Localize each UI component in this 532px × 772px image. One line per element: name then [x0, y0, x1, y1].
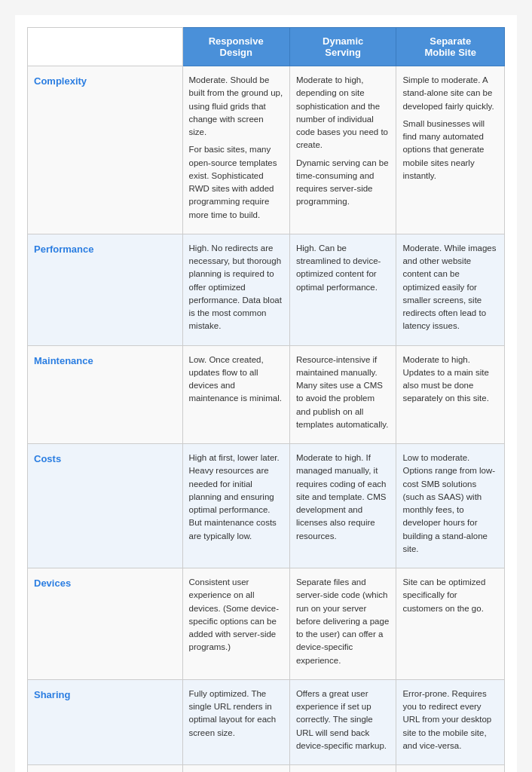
- row-label: Devices: [34, 577, 71, 589]
- row-label: Complexity: [34, 75, 87, 87]
- table-row: ComplexityModerate. Should be built from…: [28, 66, 505, 234]
- row-mobile-cell: Site can be optimized specifically for c…: [396, 568, 505, 680]
- row-dynamic-cell: Offers a great user experience if set up…: [289, 679, 396, 764]
- row-label-cell: Complexity: [28, 66, 183, 234]
- row-mobile-cell: Simple to moderate. A stand-alone site c…: [396, 66, 505, 234]
- row-responsive-cell: High. No redirects are necessary, but th…: [182, 234, 289, 345]
- comparison-table: ResponsiveDesign DynamicServing Separate…: [27, 27, 505, 772]
- row-mobile-cell: Error-prone. Requires you to redirect ev…: [396, 679, 505, 764]
- row-mobile-cell: Low to moderate. Options range from low-…: [396, 444, 505, 568]
- table-row: Expandable to new platforms?Yes. Defined…: [28, 765, 505, 773]
- header-responsive: ResponsiveDesign: [182, 28, 289, 66]
- row-label-cell: Performance: [28, 234, 183, 345]
- row-label: Sharing: [34, 689, 70, 700]
- row-label-cell: Sharing: [28, 679, 183, 764]
- table-row: CostsHigh at first, lower later. Heavy r…: [28, 444, 505, 568]
- row-label-cell: Devices: [28, 568, 183, 680]
- row-responsive-cell: Consistent user experience on all device…: [182, 568, 289, 680]
- row-mobile-cell: Moderate. While images and other website…: [396, 234, 505, 345]
- header-mobile: SeparateMobile Site: [396, 28, 505, 66]
- row-dynamic-cell: Separate files and server-side code (whi…: [289, 568, 396, 680]
- row-dynamic-cell: Resource-intensive if maintained manuall…: [289, 345, 396, 444]
- row-label-cell: Costs: [28, 444, 183, 568]
- row-dynamic-cell: High. Can be streamlined to device-optim…: [289, 234, 396, 345]
- table-row: MaintenanceLow. Once created, updates fl…: [28, 345, 505, 444]
- header-dynamic: DynamicServing: [289, 28, 396, 66]
- row-label: Costs: [34, 453, 61, 464]
- header-col1: [28, 28, 183, 66]
- row-dynamic-cell: Moderate to high, depending on site soph…: [289, 66, 396, 234]
- row-dynamic-cell: Yes. Templates for specific devices (suc…: [289, 765, 396, 773]
- table-row: SharingFully optimized. The single URL r…: [28, 679, 505, 764]
- row-responsive-cell: Moderate. Should be built from the groun…: [182, 66, 289, 234]
- row-dynamic-cell: Moderate to high. If managed manually, i…: [289, 444, 396, 568]
- row-responsive-cell: High at first, lower later. Heavy resour…: [182, 444, 289, 568]
- row-mobile-cell: No. This is a separate mobile site for s…: [396, 765, 505, 773]
- row-label: Performance: [34, 244, 93, 255]
- row-responsive-cell: Fully optimized. The single URL renders …: [182, 679, 289, 764]
- row-responsive-cell: Low. Once created, updates flow to all d…: [182, 345, 289, 444]
- row-label: Maintenance: [34, 355, 93, 366]
- row-label-cell: Expandable to new platforms?: [28, 765, 183, 773]
- page-wrapper: ResponsiveDesign DynamicServing Separate…: [15, 15, 517, 772]
- row-mobile-cell: Moderate to high. Updates to a main site…: [396, 345, 505, 444]
- row-label-cell: Maintenance: [28, 345, 183, 444]
- table-row: PerformanceHigh. No redirects are necess…: [28, 234, 505, 345]
- row-responsive-cell: Yes. Defined break points and fluid grid…: [182, 765, 289, 773]
- table-row: DevicesConsistent user experience on all…: [28, 568, 505, 680]
